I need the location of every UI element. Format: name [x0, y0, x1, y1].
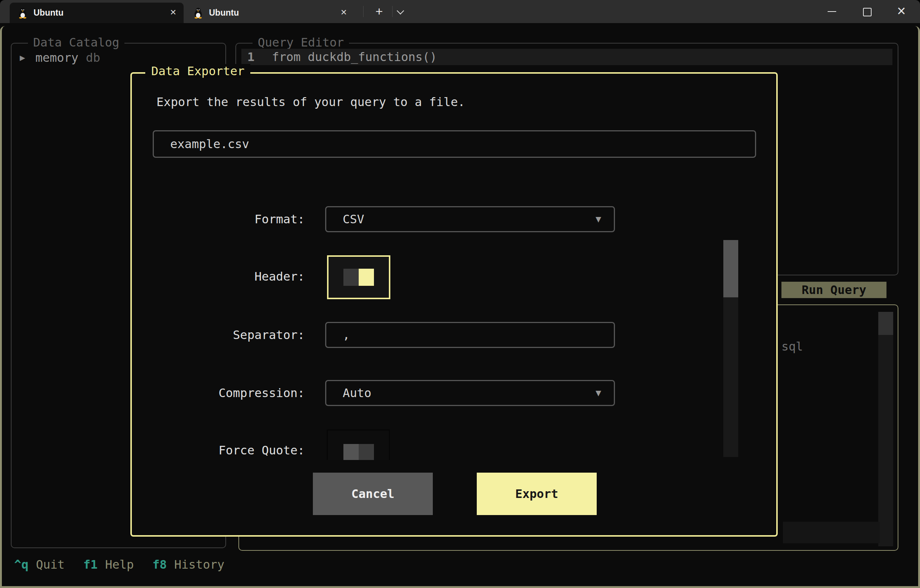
tab-ubuntu-inactive[interactable]: Ubuntu — [185, 3, 360, 23]
results-scroll-corner — [783, 522, 880, 543]
tab-ubuntu-active[interactable]: Ubuntu — [10, 3, 184, 23]
toggle-on-segment — [359, 444, 374, 460]
titlebar: Ubuntu Ubuntu — [0, 0, 920, 23]
format-label: Format: — [132, 211, 305, 228]
editor-current-line[interactable]: 1 from duckdb_functions() — [241, 49, 892, 65]
catalog-db-name: memory — [36, 51, 79, 65]
run-query-button[interactable]: Run Query — [781, 282, 886, 298]
cancel-button[interactable]: Cancel — [313, 473, 433, 515]
format-select[interactable]: CSV ▼ — [325, 206, 615, 232]
chevron-down-icon[interactable] — [398, 8, 404, 14]
modal-title: Data Exporter — [145, 64, 250, 78]
format-value: CSV — [343, 207, 364, 231]
results-scrollbar[interactable] — [878, 312, 893, 546]
filename-field-box — [153, 130, 756, 158]
data-catalog-title: Data Catalog — [28, 36, 125, 50]
titlebar-divider — [363, 6, 364, 17]
titlebar-divider — [392, 6, 393, 17]
footer-keybindings: ^q Quit f1 Help f8 History — [14, 557, 243, 572]
caret-down-icon: ▼ — [596, 207, 601, 231]
compression-label: Compression: — [132, 385, 305, 401]
tab-title: Ubuntu — [209, 8, 239, 18]
tab-title: Ubuntu — [34, 8, 63, 18]
help-key: f1 — [83, 557, 98, 572]
close-tab-icon[interactable] — [336, 3, 351, 23]
history-label: History — [174, 557, 225, 572]
separator-field-box — [325, 322, 615, 348]
sql-code: from duckdb_functions() — [272, 50, 437, 64]
caret-down-icon: ▼ — [596, 381, 601, 405]
quit-label: Quit — [36, 557, 65, 572]
compression-select[interactable]: Auto ▼ — [325, 380, 615, 406]
toggle-off-segment — [343, 444, 359, 460]
history-binding[interactable]: f8 History — [152, 557, 224, 572]
line-number: 1 — [247, 50, 263, 64]
new-tab-button[interactable] — [371, 3, 388, 20]
close-window-button[interactable] — [888, 0, 914, 23]
expand-arrow-icon[interactable]: ▶ — [20, 52, 32, 63]
toggle-on-segment — [359, 269, 374, 286]
header-label: Header: — [132, 268, 305, 285]
force-quote-toggle[interactable] — [327, 430, 390, 460]
minimize-button[interactable] — [819, 0, 845, 23]
catalog-item-memory-db[interactable]: ▶ memory db — [20, 50, 100, 66]
quit-key: ^q — [14, 557, 29, 572]
filename-input[interactable] — [154, 131, 755, 157]
quit-binding[interactable]: ^q Quit — [14, 557, 65, 572]
close-tab-icon[interactable] — [166, 3, 181, 23]
results-lang-label: sql — [781, 339, 803, 354]
data-exporter-modal: Data Exporter Export the results of your… — [130, 72, 778, 536]
force-quote-label: Force Quote: — [132, 442, 305, 459]
export-button[interactable]: Export — [477, 473, 597, 515]
linux-penguin-icon — [18, 7, 28, 19]
help-binding[interactable]: f1 Help — [83, 557, 134, 572]
maximize-button[interactable] — [853, 0, 880, 23]
history-key: f8 — [152, 557, 167, 572]
help-label: Help — [105, 557, 134, 572]
header-toggle[interactable] — [327, 255, 390, 299]
separator-input[interactable] — [326, 323, 614, 347]
separator-label: Separator: — [132, 327, 305, 343]
terminal-window: Ubuntu Ubuntu Data Cata — [0, 0, 920, 588]
results-scrollbar-thumb[interactable] — [878, 312, 893, 335]
toggle-off-segment — [343, 269, 359, 286]
modal-description: Export the results of your query to a fi… — [156, 95, 465, 110]
compression-value: Auto — [343, 381, 371, 405]
query-editor-title: Query Editor — [253, 36, 349, 50]
modal-scrollbar-thumb[interactable] — [723, 240, 738, 297]
modal-scrollbar[interactable] — [723, 240, 738, 457]
catalog-db-type: db — [86, 51, 100, 65]
linux-penguin-icon — [193, 7, 203, 19]
